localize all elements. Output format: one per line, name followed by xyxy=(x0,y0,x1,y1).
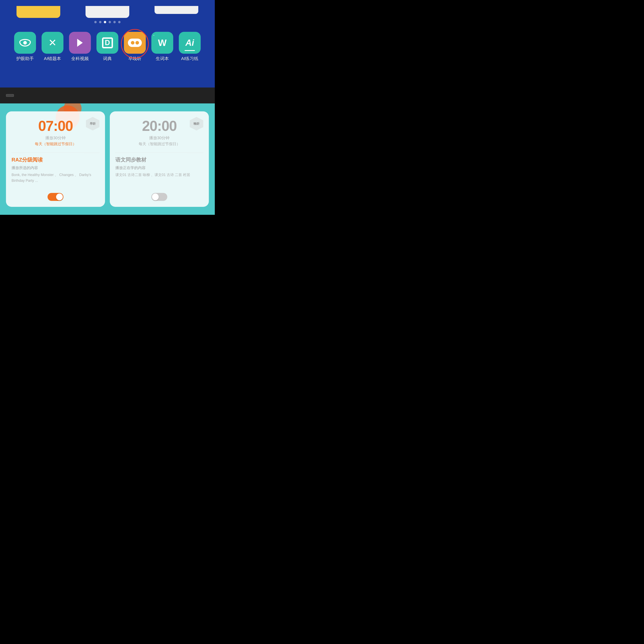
ai-text-icon: Ai xyxy=(185,38,194,48)
app-icon-shengciben: · W xyxy=(151,32,173,54)
pagination-dots xyxy=(94,21,121,23)
app-cuotiben[interactable]: ✕ AI错题本 xyxy=(42,32,63,62)
star-icon: · xyxy=(153,33,154,38)
app-icon-zaowanting xyxy=(124,32,146,54)
dot-2 xyxy=(99,21,101,23)
listen-dot-1 xyxy=(131,41,134,45)
app-label-ai: AI练习纸 xyxy=(181,56,198,62)
app-icon-hujian xyxy=(14,32,36,54)
app-label-zaowanting: 早晚听 xyxy=(128,56,141,62)
dot-6 xyxy=(118,21,121,23)
morning-tag-text: 早听 xyxy=(90,122,96,126)
evening-toggle-area[interactable] xyxy=(151,189,167,201)
morning-toggle-area[interactable] xyxy=(48,189,63,201)
evening-tag-text: 晚听 xyxy=(194,122,199,126)
top-card-2 xyxy=(86,6,129,18)
app-icon-quanke xyxy=(69,32,91,54)
app-label-cuotiben: AI错题本 xyxy=(44,56,61,62)
morning-tag-badge: 早听 xyxy=(86,117,99,130)
evening-tag-badge: 晚听 xyxy=(190,117,203,130)
app-quanke[interactable]: 全科视频 xyxy=(69,32,91,62)
app-shengciben[interactable]: · W 生词本 xyxy=(151,32,173,62)
dot-1 xyxy=(94,21,97,23)
app-label-hujian: 护眼助手 xyxy=(16,56,34,62)
top-card-1 xyxy=(17,6,60,18)
device-frame: 护眼助手 ✕ AI错题本 全科视频 词典 xyxy=(0,6,215,103)
dot-4 xyxy=(109,21,111,23)
top-card-3 xyxy=(155,6,198,14)
play-icon xyxy=(77,39,83,47)
morning-toggle[interactable] xyxy=(48,193,63,201)
app-label-cidian: 词典 xyxy=(103,56,112,62)
listen-icon xyxy=(128,39,142,47)
morning-time: 07:00 xyxy=(38,118,73,134)
evening-toggle-thumb xyxy=(152,194,159,200)
app-hujian[interactable]: 护眼助手 xyxy=(14,32,36,62)
app-content-section: 早听 07:00 播放30分钟 每天（智能跳过节假日） RAZ分级阅读 播放所选… xyxy=(0,103,215,215)
evening-frequency: 每天（智能跳过节假日） xyxy=(139,141,180,147)
evening-section-title: 语文同步教材 xyxy=(115,156,146,163)
evening-section-sub: 播放正在学的内容 xyxy=(115,165,146,170)
morning-content-list: Bonk, the Healthy Monster 、 Changes 、 Da… xyxy=(12,172,99,184)
eye-icon xyxy=(19,39,31,47)
d-icon xyxy=(102,37,113,48)
app-label-quanke: 全科视频 xyxy=(71,56,89,62)
morning-section-title: RAZ分级阅读 xyxy=(12,156,43,163)
app-ai[interactable]: Ai AI练习纸 xyxy=(179,32,201,62)
listen-dot-2 xyxy=(135,41,139,45)
app-icon-cidian xyxy=(96,32,118,54)
apps-row: 护眼助手 ✕ AI错题本 全科视频 词典 xyxy=(0,32,215,62)
morning-duration: 播放30分钟 xyxy=(45,135,66,141)
app-label-shengciben: 生词本 xyxy=(156,56,169,62)
app-zaowanting[interactable]: 早晚听 xyxy=(124,32,146,62)
dot-5 xyxy=(113,21,116,23)
ai-underline xyxy=(185,50,195,51)
device-bottom-bar xyxy=(0,88,215,103)
evening-schedule-card[interactable]: 晚听 20:00 播放30分钟 每天（智能跳过节假日） 语文同步教材 播放正在学… xyxy=(110,111,209,207)
app-icon-cuotiben: ✕ xyxy=(42,32,63,54)
top-cards xyxy=(0,6,215,18)
morning-toggle-thumb xyxy=(56,194,63,200)
x-icon: ✕ xyxy=(48,37,57,49)
evening-toggle[interactable] xyxy=(151,193,167,201)
dot-3-active xyxy=(104,21,106,23)
evening-duration: 播放30分钟 xyxy=(149,135,169,141)
app-icon-ai: Ai xyxy=(179,32,201,54)
device-screen: 护眼助手 ✕ AI错题本 全科视频 词典 xyxy=(0,0,215,103)
morning-frequency: 每天（智能跳过节假日） xyxy=(35,141,76,147)
morning-section-sub: 播放所选的内容 xyxy=(12,165,38,170)
app-cidian[interactable]: 词典 xyxy=(96,32,118,62)
w-icon: W xyxy=(158,37,166,48)
evening-content-list: 课文01 古诗二首 咏柳 、课文01 古诗 二首 村居 xyxy=(115,172,190,178)
morning-schedule-card[interactable]: 早听 07:00 播放30分钟 每天（智能跳过节假日） RAZ分级阅读 播放所选… xyxy=(6,111,105,207)
evening-time: 20:00 xyxy=(142,118,177,134)
usb-port xyxy=(6,94,14,97)
